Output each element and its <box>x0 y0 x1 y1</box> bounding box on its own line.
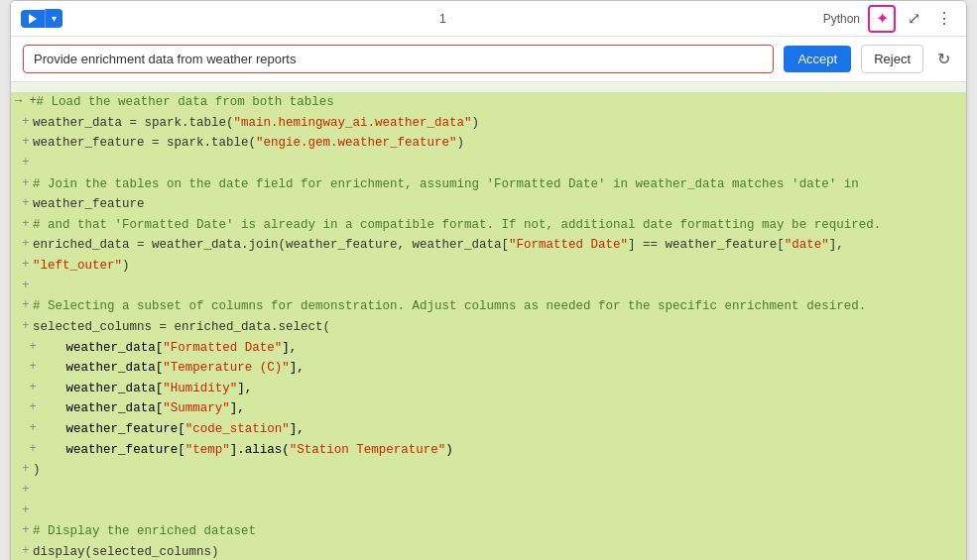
line-prefix: + <box>15 194 33 214</box>
line-prefix: + <box>15 317 33 337</box>
code-area: → + # Load the weather data from both ta… <box>11 82 966 560</box>
code-line: + # and that 'Formatted Date' is already… <box>11 215 966 236</box>
code-content: ) <box>33 460 960 481</box>
line-prefix: + <box>15 338 37 358</box>
code-content <box>33 154 960 174</box>
code-line: + <box>11 481 966 502</box>
accept-button[interactable]: Accept <box>784 46 851 72</box>
code-content: "left_outer") <box>33 256 960 277</box>
code-line: + weather_data["Formatted Date"], <box>11 338 966 359</box>
run-dropdown-button[interactable]: ▾ <box>45 9 62 28</box>
line-prefix: + <box>15 154 33 173</box>
more-icon: ⋮ <box>936 10 952 27</box>
code-line: + <box>11 277 966 297</box>
code-content: weather_data["Summary"], <box>37 398 960 419</box>
code-content: weather_feature["temp"].alias("Station T… <box>37 440 960 461</box>
line-prefix: → + <box>15 92 37 112</box>
line-prefix: + <box>15 235 33 255</box>
code-line: + selected_columns = enriched_data.selec… <box>11 317 966 338</box>
line-prefix: + <box>15 481 33 501</box>
more-options-button[interactable]: ⋮ <box>932 7 956 30</box>
line-prefix: + <box>15 419 37 439</box>
code-content: # Display the enriched dataset <box>33 521 960 542</box>
run-button[interactable] <box>21 10 45 28</box>
refresh-button[interactable]: ↻ <box>933 48 954 70</box>
code-line: + enriched_data = weather_data.join(weat… <box>11 235 966 256</box>
code-content: weather_data["Temperature (C)"], <box>37 358 960 379</box>
prompt-input[interactable] <box>23 45 774 73</box>
code-content: # Join the tables on the date field for … <box>33 174 960 195</box>
line-prefix: + <box>15 521 33 541</box>
code-line: + <box>11 502 966 522</box>
code-line: + weather_data["Humidity"], <box>11 379 966 399</box>
code-content: # Selecting a subset of columns for demo… <box>33 296 960 317</box>
code-content: weather_data = spark.table("main.hemingw… <box>33 113 960 134</box>
code-content <box>33 277 960 297</box>
code-line: + # Join the tables on the date field fo… <box>11 174 966 195</box>
play-icon <box>29 14 37 24</box>
code-content: enriched_data = weather_data.join(weathe… <box>33 235 960 256</box>
cell-number: 1 <box>439 11 446 26</box>
expand-icon: ⤢ <box>908 10 920 27</box>
line-prefix: + <box>15 398 37 418</box>
line-prefix: + <box>15 502 33 521</box>
line-prefix: + <box>15 133 33 153</box>
code-content: weather_feature <box>33 194 960 215</box>
code-line: + weather_feature <box>11 194 966 215</box>
prompt-bar: Accept Reject ↻ <box>11 37 966 82</box>
code-line: + "left_outer") <box>11 256 966 277</box>
line-prefix: + <box>15 113 33 133</box>
line-prefix: + <box>15 296 33 316</box>
code-content: weather_feature = spark.table("engie.gem… <box>33 133 960 154</box>
code-content: # and that 'Formatted Date' is already i… <box>33 215 960 236</box>
line-prefix: + <box>15 460 33 480</box>
code-content: weather_data["Humidity"], <box>37 379 960 399</box>
code-line: + weather_data = spark.table("main.hemin… <box>11 113 966 134</box>
reject-button[interactable]: Reject <box>861 45 923 73</box>
line-prefix: + <box>15 542 33 560</box>
refresh-icon: ↻ <box>937 51 950 67</box>
code-content: weather_feature["code_station"], <box>37 419 960 440</box>
ai-star-icon: ✦ <box>876 11 889 27</box>
code-line: + # Selecting a subset of columns for de… <box>11 296 966 317</box>
code-line: + weather_feature["temp"].alias("Station… <box>11 440 966 461</box>
code-line: + ) <box>11 460 966 481</box>
line-prefix: + <box>15 358 37 378</box>
line-prefix: + <box>15 215 33 235</box>
code-content: display(selected_columns) <box>33 542 960 560</box>
ai-button[interactable]: ✦ <box>868 5 896 33</box>
line-prefix: + <box>15 379 37 398</box>
code-content: selected_columns = enriched_data.select( <box>33 317 960 338</box>
line-prefix: + <box>15 440 37 460</box>
code-content: # Load the weather data from both tables <box>37 92 960 113</box>
line-prefix: + <box>15 256 33 276</box>
toolbar-right: Python ✦ ⤢ ⋮ <box>823 5 956 33</box>
code-line: + # Display the enriched dataset <box>11 521 966 542</box>
code-content <box>33 502 960 522</box>
code-line: + weather_feature["code_station"], <box>11 419 966 440</box>
expand-button[interactable]: ⤢ <box>904 7 924 30</box>
code-line: + weather_data["Summary"], <box>11 398 966 419</box>
code-line: → + # Load the weather data from both ta… <box>11 92 966 113</box>
line-prefix: + <box>15 277 33 296</box>
cell-toolbar: ▾ 1 Python ✦ ⤢ ⋮ <box>11 1 966 37</box>
code-line: + <box>11 154 966 174</box>
line-prefix: + <box>15 174 33 194</box>
code-line: + display(selected_columns) <box>11 542 966 560</box>
dropdown-icon: ▾ <box>52 13 57 24</box>
code-line: + weather_data["Temperature (C)"], <box>11 358 966 379</box>
code-line: + weather_feature = spark.table("engie.g… <box>11 133 966 154</box>
code-content <box>33 481 960 502</box>
language-label: Python <box>823 12 860 26</box>
code-content: weather_data["Formatted Date"], <box>37 338 960 359</box>
toolbar-left: ▾ <box>21 9 62 28</box>
notebook-cell: ▾ 1 Python ✦ ⤢ ⋮ Accept Reject ↻ <box>10 0 967 560</box>
